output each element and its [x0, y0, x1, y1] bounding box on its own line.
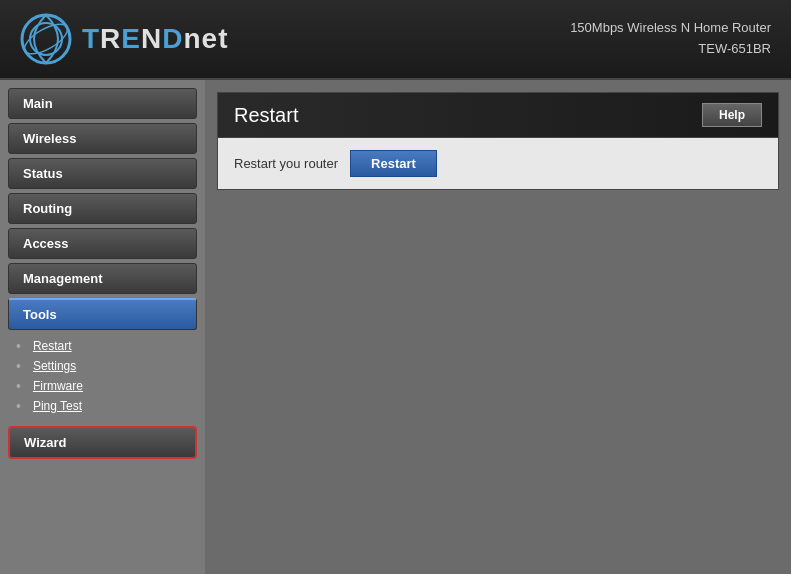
panel-title: Restart [234, 104, 298, 127]
logo-text: TRENDnet [82, 23, 229, 55]
device-name: 150Mbps Wireless N Home Router [570, 18, 771, 39]
sidebar: Main Wireless Status Routing Access Mana… [0, 80, 205, 574]
tools-submenu-settings: • Settings [16, 356, 197, 376]
sidebar-item-tools[interactable]: Tools [8, 298, 197, 330]
bullet-icon: • [16, 358, 21, 374]
panel-body: Restart you router Restart [218, 138, 778, 189]
tools-submenu: • Restart • Settings • Firmware • Ping T… [8, 332, 197, 420]
restart-label: Restart you router [234, 156, 338, 171]
panel-header: Restart Help [218, 93, 778, 138]
tools-settings-link[interactable]: Settings [25, 356, 84, 376]
sidebar-item-access[interactable]: Access [8, 228, 197, 259]
content-area: Restart Help Restart you router Restart [205, 80, 791, 574]
tools-firmware-link[interactable]: Firmware [25, 376, 91, 396]
logo-area: TRENDnet [20, 13, 229, 65]
device-info: 150Mbps Wireless N Home Router TEW-651BR [570, 18, 771, 60]
sidebar-item-status[interactable]: Status [8, 158, 197, 189]
bullet-icon: • [16, 398, 21, 414]
tools-pingtest-link[interactable]: Ping Test [25, 396, 90, 416]
tools-submenu-restart: • Restart [16, 336, 197, 356]
device-model: TEW-651BR [570, 39, 771, 60]
wizard-button[interactable]: Wizard [8, 426, 197, 459]
main-layout: Main Wireless Status Routing Access Mana… [0, 80, 791, 574]
sidebar-item-routing[interactable]: Routing [8, 193, 197, 224]
tools-submenu-pingtest: • Ping Test [16, 396, 197, 416]
sidebar-item-management[interactable]: Management [8, 263, 197, 294]
tools-section: Tools • Restart • Settings • Firmware • … [8, 298, 197, 420]
bullet-icon: • [16, 378, 21, 394]
trendnet-logo-icon [20, 13, 72, 65]
help-button[interactable]: Help [702, 103, 762, 127]
tools-restart-link[interactable]: Restart [25, 336, 80, 356]
header: TRENDnet 150Mbps Wireless N Home Router … [0, 0, 791, 80]
tools-submenu-firmware: • Firmware [16, 376, 197, 396]
sidebar-item-wireless[interactable]: Wireless [8, 123, 197, 154]
restart-action-button[interactable]: Restart [350, 150, 437, 177]
content-panel: Restart Help Restart you router Restart [217, 92, 779, 190]
sidebar-item-main[interactable]: Main [8, 88, 197, 119]
bullet-icon: • [16, 338, 21, 354]
